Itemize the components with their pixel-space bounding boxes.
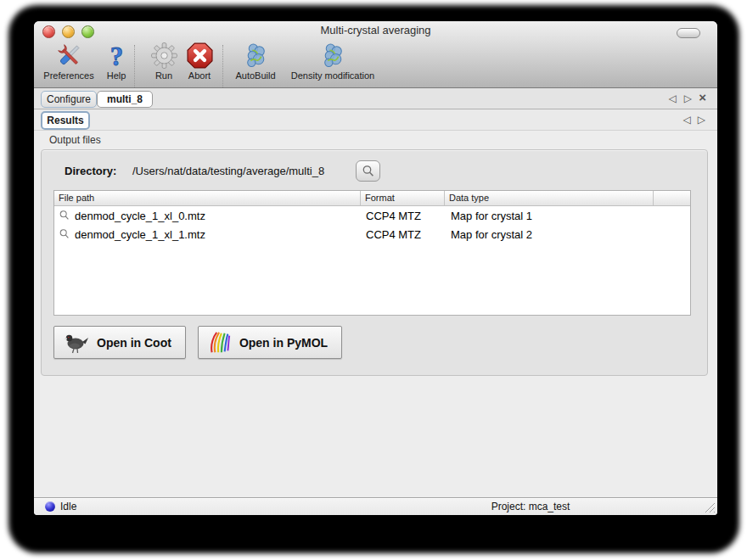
question-mark-icon: ?	[103, 42, 131, 70]
toolbar-label: Preferences	[43, 70, 93, 81]
toolbar-label: Help	[107, 70, 126, 81]
data-type-cell: Map for crystal 2	[445, 228, 654, 241]
gear-icon	[150, 42, 178, 70]
status-bar: Idle Project: mca_test	[34, 497, 717, 515]
toolbar-label: Abort	[188, 70, 211, 81]
toolbar: Preferences ? Help	[34, 40, 717, 87]
format-cell: CCP4 MTZ	[361, 210, 445, 222]
toolbar-button-help[interactable]: ? Help	[99, 42, 133, 86]
tab-close-icon[interactable]: ×	[699, 91, 706, 104]
viewer-buttons-row: Open in Coot Open in PyMOL	[53, 326, 342, 359]
toolbar-label: Run	[155, 70, 172, 81]
tab-results[interactable]: Results	[41, 111, 90, 130]
main-tab-bar: Configure multi_8 ◁ ▷ ×	[34, 88, 717, 109]
file-path-cell: denmod_cycle_1_xl_0.mtz	[75, 210, 205, 222]
output-files-section-label: Output files	[49, 134, 101, 146]
directory-path: /Users/nat/data/testing/average/multi_8	[132, 165, 324, 177]
column-header-file-path[interactable]: File path	[54, 191, 361, 205]
column-header-format[interactable]: Format	[361, 191, 445, 205]
output-files-table: File path Format Data type denmod_cycle_…	[53, 190, 691, 316]
table-row[interactable]: denmod_cycle_1_xl_0.mtz CCP4 MTZ Map for…	[54, 206, 690, 225]
screen: Multi-crystal averaging	[0, 0, 747, 560]
format-cell: CCP4 MTZ	[361, 228, 445, 241]
output-files-groupbox: Directory: /Users/nat/data/testing/avera…	[41, 149, 708, 376]
project-label: Project: mca_test	[374, 501, 688, 512]
title-toolbar-area: Multi-crystal averaging	[34, 21, 717, 88]
table-row[interactable]: denmod_cycle_1_xl_1.mtz CCP4 MTZ Map for…	[54, 225, 690, 244]
toolbar-label: Density modification	[291, 70, 374, 81]
toolbar-button-run[interactable]: Run	[147, 42, 181, 86]
tab-multi-8[interactable]: multi_8	[97, 91, 153, 108]
toolbar-button-abort[interactable]: Abort	[180, 42, 219, 86]
sub-tab-bar: Results ◁ ▷	[34, 109, 717, 131]
open-in-pymol-button[interactable]: Open in PyMOL	[198, 326, 342, 359]
tab-label: multi_8	[107, 93, 143, 105]
table-header: File path Format Data type	[54, 191, 690, 206]
window-title: Multi-crystal averaging	[34, 24, 717, 36]
app-window: Multi-crystal averaging	[34, 21, 717, 515]
tab-scroll-right-icon[interactable]: ▷	[684, 92, 692, 105]
magnifier-icon	[362, 165, 375, 178]
toolbar-toggle-button[interactable]	[677, 28, 700, 38]
stop-icon	[186, 42, 214, 70]
button-label: Open in PyMOL	[239, 336, 328, 350]
tab-configure[interactable]: Configure	[41, 91, 97, 108]
toolbar-label: AutoBuild	[235, 70, 275, 81]
toolbar-button-preferences[interactable]: Preferences	[37, 42, 101, 86]
status-text: Idle	[60, 501, 76, 512]
svg-text:?: ?	[110, 42, 122, 70]
tab-label: Configure	[47, 93, 91, 105]
results-panel: Output files Directory: /Users/nat/data/…	[34, 131, 717, 498]
pymol-ribbon-icon	[207, 330, 233, 356]
tab-label: Results	[47, 115, 83, 126]
open-in-coot-button[interactable]: Open in Coot	[53, 326, 186, 359]
protein-model-icon	[242, 42, 270, 70]
tab-scroll-left-icon[interactable]: ◁	[669, 92, 677, 105]
column-header-empty[interactable]	[654, 191, 690, 205]
magnifier-icon	[59, 228, 70, 240]
protein-model-icon	[319, 42, 347, 70]
toolbar-button-autobuild[interactable]: AutoBuild	[226, 42, 285, 86]
directory-label: Directory:	[65, 165, 116, 177]
subtab-scroll-right-icon[interactable]: ▷	[698, 113, 705, 126]
coot-bird-icon	[63, 332, 90, 354]
data-type-cell: Map for crystal 1	[445, 210, 654, 222]
directory-row: Directory: /Users/nat/data/testing/avera…	[42, 150, 707, 188]
resize-grip[interactable]	[702, 500, 716, 513]
subtab-scroll-left-icon[interactable]: ◁	[683, 113, 691, 126]
browse-directory-button[interactable]	[356, 160, 380, 182]
title-bar[interactable]: Multi-crystal averaging	[34, 21, 717, 40]
magnifier-icon	[59, 210, 70, 221]
toolbar-button-density-modification[interactable]: Density modification	[279, 42, 386, 86]
file-path-cell: denmod_cycle_1_xl_1.mtz	[75, 228, 205, 241]
button-label: Open in Coot	[97, 336, 171, 350]
status-indicator-ball	[45, 501, 55, 512]
column-header-data-type[interactable]: Data type	[445, 191, 654, 205]
tools-icon	[55, 42, 83, 70]
